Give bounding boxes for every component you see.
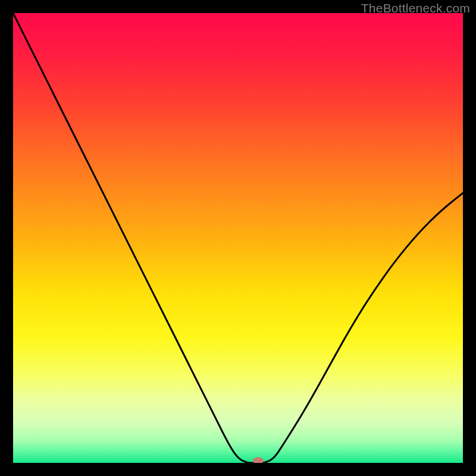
plot-area bbox=[13, 13, 463, 463]
chart-frame: TheBottleneck.com bbox=[0, 0, 476, 476]
watermark-text: TheBottleneck.com bbox=[361, 1, 470, 15]
gradient-background bbox=[13, 13, 463, 463]
bottleneck-chart bbox=[13, 13, 463, 463]
